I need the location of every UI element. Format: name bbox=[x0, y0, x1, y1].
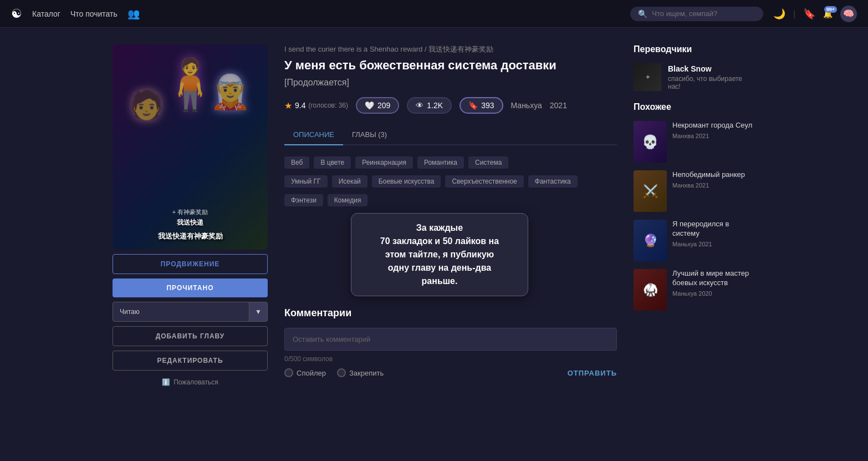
similar-title-2: Непобедимый ранкер bbox=[672, 170, 745, 180]
similar-cover-4: 🥋 bbox=[634, 269, 667, 311]
similar-icon-3: 🔮 bbox=[643, 234, 658, 248]
spoiler-option[interactable]: Спойлер bbox=[284, 368, 326, 377]
rating-display: ★ 9.4 (голосов: 36) bbox=[284, 100, 348, 111]
search-bar[interactable]: 🔍 bbox=[630, 7, 763, 21]
reading-status-label[interactable]: Читаю bbox=[113, 302, 249, 322]
main-content: I send the curier there is a Shenhao rew… bbox=[284, 44, 617, 386]
similar-cover-2: ⚔️ bbox=[634, 170, 667, 212]
similar-title: Похожее bbox=[634, 102, 755, 112]
similar-cover-3: 🔮 bbox=[634, 220, 667, 261]
likes-pill[interactable]: 🤍 209 bbox=[356, 97, 399, 114]
similar-info-1: Некромант города Сеул Манхва 2021 bbox=[672, 121, 752, 163]
translator-desc: спасибо, что выбираете нас! bbox=[668, 75, 755, 90]
pin-radio[interactable] bbox=[337, 368, 346, 377]
user-avatar[interactable]: 🧠 bbox=[840, 6, 857, 22]
report-label: Пожаловаться bbox=[173, 378, 218, 386]
add-chapter-button[interactable]: ДОБАВИТЬ ГЛАВУ bbox=[113, 326, 268, 346]
nav-right-actions: 🌙 | 🔖 🔔 99+ 🧠 bbox=[773, 6, 857, 22]
rating-value: 9.4 bbox=[295, 101, 305, 110]
read-button[interactable]: ПРОЧИТАНО bbox=[113, 278, 268, 297]
nav-reading[interactable]: Что почитать bbox=[70, 9, 118, 18]
notification-count: 99+ bbox=[824, 6, 837, 13]
bookmarks-count: 393 bbox=[481, 101, 494, 110]
right-sidebar: Переводчики ✦ Black Snow спасибо, что вы… bbox=[634, 44, 755, 386]
similar-cover-1: 💀 bbox=[634, 121, 667, 163]
spoiler-radio[interactable] bbox=[284, 368, 293, 377]
nav-friends-icon[interactable]: 👥 bbox=[127, 8, 140, 20]
notification-bell[interactable]: 🔔 99+ bbox=[823, 9, 833, 18]
bookmarks-pill[interactable]: 🔖 393 bbox=[459, 97, 503, 114]
similar-title-4: Лучший в мире мастер боевых искусств bbox=[672, 269, 755, 288]
similar-meta-1: Манхва 2021 bbox=[672, 133, 752, 139]
tooltip-bubble: За каждые70 закладок и 50 лайков наэтом … bbox=[351, 213, 528, 296]
translator-avatar: ✦ bbox=[634, 63, 661, 91]
tag-color[interactable]: В цвете bbox=[314, 156, 351, 169]
similar-item-2[interactable]: ⚔️ Непобедимый ранкер Манхва 2021 bbox=[634, 170, 755, 212]
pin-label: Закрепить bbox=[349, 369, 384, 377]
views-count: 1.2K bbox=[427, 101, 443, 110]
tag-isekai[interactable]: Исекай bbox=[332, 175, 367, 188]
tag-web[interactable]: Веб bbox=[284, 156, 309, 169]
eye-icon: 👁 bbox=[416, 101, 423, 110]
tag-supernatural[interactable]: Сверхъестественное bbox=[445, 175, 523, 188]
search-icon: 🔍 bbox=[638, 9, 647, 18]
tab-bar: ОПИСАНИЕ ГЛАВЫ (3) bbox=[284, 125, 617, 145]
similar-item-4[interactable]: 🥋 Лучший в мире мастер боевых искусств М… bbox=[634, 269, 755, 311]
tags-row-2: Умный ГГ Исекай Боевые искусства Сверхъе… bbox=[284, 175, 617, 188]
similar-meta-2: Манхва 2021 bbox=[672, 182, 745, 189]
tab-chapters[interactable]: ГЛАВЫ (3) bbox=[343, 125, 396, 145]
submit-comment-button[interactable]: ОТПРАВИТЬ bbox=[568, 369, 617, 377]
tab-description[interactable]: ОПИСАНИЕ bbox=[284, 125, 343, 145]
manga-status: [Продолжается] bbox=[284, 78, 349, 87]
tags-row-3: Фэнтези Комедия bbox=[284, 194, 617, 206]
translator-card[interactable]: ✦ Black Snow спасибо, что выбираете нас! bbox=[634, 63, 755, 91]
similar-info-4: Лучший в мире мастер боевых искусств Ман… bbox=[672, 269, 755, 311]
rating-votes: (голосов: 36) bbox=[308, 102, 348, 109]
pin-option[interactable]: Закрепить bbox=[337, 368, 384, 377]
manga-year: 2021 bbox=[550, 101, 567, 110]
similar-title-1: Некромант города Сеул bbox=[672, 121, 752, 130]
similar-info-2: Непобедимый ранкер Манхва 2021 bbox=[672, 170, 745, 212]
comment-actions: Спойлер Закрепить ОТПРАВИТЬ bbox=[284, 368, 617, 377]
translator-info: Black Snow спасибо, что выбираете нас! bbox=[668, 64, 755, 90]
similar-meta-4: Маньхуа 2020 bbox=[672, 290, 755, 297]
tag-smart-mc[interactable]: Умный ГГ bbox=[284, 175, 328, 188]
tag-system[interactable]: Система bbox=[468, 156, 508, 169]
manga-title: У меня есть божественная система доставк… bbox=[284, 58, 617, 89]
tooltip-text: За каждые70 закладок и 50 лайков наэтом … bbox=[380, 223, 499, 286]
tag-fantasy[interactable]: Фэнтези bbox=[284, 194, 323, 206]
translators-title: Переводчики bbox=[634, 44, 755, 54]
tag-comedy[interactable]: Комедия bbox=[328, 194, 368, 206]
nav-separator: | bbox=[793, 9, 795, 18]
bookmark-nav-icon[interactable]: 🔖 bbox=[803, 8, 815, 20]
comment-input[interactable]: Оставить комментарий bbox=[284, 328, 617, 351]
promote-button[interactable]: ПРОДВИЖЕНИЕ bbox=[113, 254, 268, 274]
views-pill[interactable]: 👁 1.2K bbox=[407, 97, 452, 114]
tag-romance[interactable]: Романтика bbox=[417, 156, 464, 169]
similar-item-3[interactable]: 🔮 Я переродился в систему Маньхуа 2021 bbox=[634, 220, 755, 261]
theme-icon[interactable]: 🌙 bbox=[773, 8, 785, 20]
similar-item-1[interactable]: 💀 Некромант города Сеул Манхва 2021 bbox=[634, 121, 755, 163]
nav-catalog[interactable]: Каталог bbox=[32, 9, 60, 18]
spoiler-label: Спойлер bbox=[297, 369, 326, 377]
report-link[interactable]: ℹ️ Пожаловаться bbox=[113, 378, 268, 386]
similar-title-3: Я переродился в систему bbox=[672, 220, 755, 239]
left-sidebar: 🧍 🧝 🧑 我送快递有神豪奖励 我送快递 + 有神豪奖励 ПРОДВИЖЕНИЕ… bbox=[113, 44, 268, 386]
navbar: ☯ Каталог Что почитать 👥 🔍 🌙 | 🔖 🔔 99+ 🧠 bbox=[0, 0, 868, 28]
heart-icon: 🤍 bbox=[365, 101, 374, 110]
manga-cover: 🧍 🧝 🧑 我送快递有神豪奖励 我送快递 + 有神豪奖励 bbox=[113, 44, 268, 250]
similar-icon-1: 💀 bbox=[642, 134, 658, 150]
cover-cn-text: 我送快递有神豪奖励 bbox=[158, 231, 223, 241]
comments-title: Комментарии bbox=[284, 307, 617, 319]
search-input[interactable] bbox=[652, 9, 752, 18]
reading-status-dropdown[interactable]: ▼ bbox=[249, 302, 268, 322]
tag-reincarnation[interactable]: Реинкарнация bbox=[355, 156, 413, 169]
tag-martial[interactable]: Боевые искусства bbox=[372, 175, 441, 188]
translator-name: Black Snow bbox=[668, 64, 755, 73]
tag-scifi[interactable]: Фантастика bbox=[528, 175, 578, 188]
page-layout: 🧍 🧝 🧑 我送快递有神豪奖励 我送快递 + 有神豪奖励 ПРОДВИЖЕНИЕ… bbox=[101, 28, 767, 403]
similar-icon-4: 🥋 bbox=[643, 283, 658, 297]
edit-button[interactable]: РЕДАКТИРОВАТЬ bbox=[113, 351, 268, 371]
star-icon: ★ bbox=[284, 100, 292, 111]
nav-logo[interactable]: ☯ bbox=[11, 7, 22, 21]
